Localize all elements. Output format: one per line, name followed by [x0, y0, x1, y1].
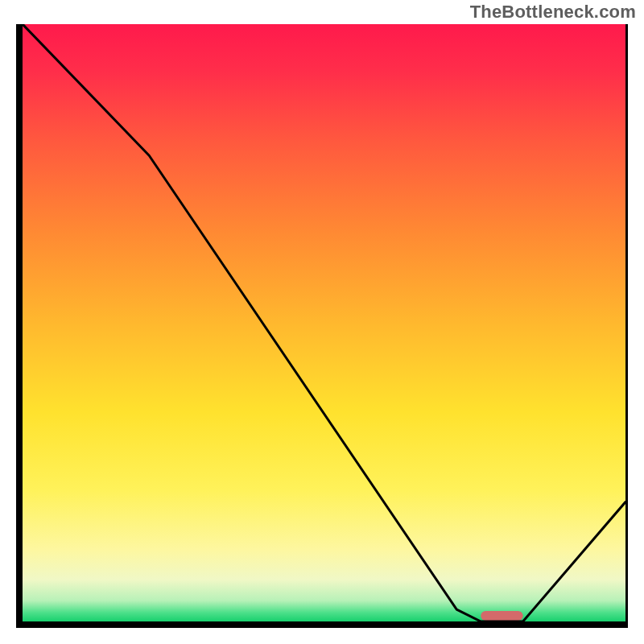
- chart-container: TheBottleneck.com: [0, 0, 644, 644]
- plot-area: [23, 24, 625, 621]
- watermark-text: TheBottleneck.com: [470, 2, 636, 23]
- chart-canvas: [23, 24, 625, 621]
- plot-frame: [16, 24, 628, 628]
